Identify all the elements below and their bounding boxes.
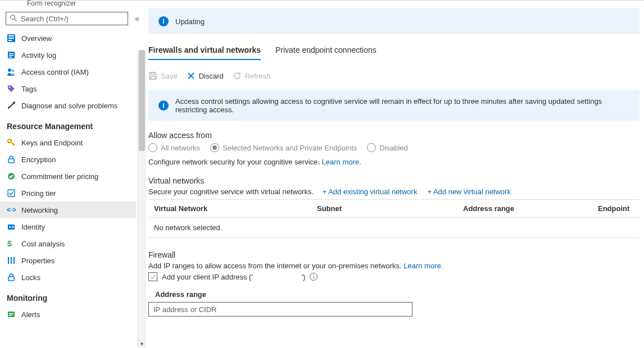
refresh-label: Refresh: [245, 72, 271, 80]
firewall-section: Firewall Add IP ranges to allow access f…: [148, 250, 640, 317]
nav-pricing-tier[interactable]: Pricing tier: [0, 185, 136, 202]
search-icon: [10, 14, 17, 24]
nav-identity[interactable]: Identity: [0, 218, 136, 235]
save-button[interactable]: Save: [148, 71, 178, 80]
nav-networking[interactable]: <·> Networking: [0, 202, 136, 218]
svg-rect-3: [8, 35, 14, 36]
updating-banner: i Updating: [148, 8, 640, 34]
command-bar: Save Discard Refresh: [148, 66, 640, 90]
service-type-label: Form recognizer: [0, 0, 146, 10]
allow-access-radiogroup: All networks Selected Networks and Priva…: [148, 143, 640, 152]
nav-activity-log[interactable]: Activity log: [0, 47, 136, 63]
nav-label: Identity: [21, 223, 45, 231]
radio-label: Selected Networks and Private Endpoints: [223, 144, 357, 152]
nav-overview[interactable]: Overview: [0, 30, 136, 47]
col-address-range: Address range: [463, 204, 598, 213]
pricing-icon: [7, 189, 16, 198]
add-existing-vnet-link[interactable]: + Add existing virtual network: [323, 187, 418, 196]
vnet-table-empty-row: No network selected.: [148, 218, 640, 238]
main-content: i Updating Firewalls and virtual network…: [146, 1, 644, 348]
vnet-heading: Virtual networks: [148, 176, 640, 185]
svg-rect-27: [13, 257, 15, 264]
nav-label: Overview: [21, 34, 52, 43]
info-icon: i: [158, 16, 169, 26]
firewall-learn-more-link[interactable]: Learn more.: [403, 262, 443, 270]
nav-iam[interactable]: Access control (IAM): [0, 63, 136, 80]
nav-label: Cost analysis: [21, 240, 65, 248]
empty-text: No network selected.: [154, 223, 222, 232]
svg-rect-22: [12, 227, 14, 228]
lock-icon: [7, 155, 16, 164]
nav-encryption[interactable]: Encryption: [0, 151, 136, 168]
radio-all-networks[interactable]: All networks: [148, 143, 200, 152]
radio-label: All networks: [161, 144, 200, 152]
col-endpoint: Endpoint: [598, 204, 629, 213]
address-range-input[interactable]: [148, 302, 412, 317]
col-virtual-network: Virtual Network: [154, 204, 317, 213]
add-client-ip-row: Add your client IP address (' ') i: [148, 272, 640, 281]
nav-label: Networking: [21, 206, 58, 214]
svg-rect-31: [9, 315, 12, 316]
svg-text:$: $: [7, 239, 12, 248]
radio-disabled[interactable]: Disabled: [367, 143, 408, 152]
svg-point-20: [10, 226, 11, 228]
add-new-vnet-link[interactable]: + Add new virtual network: [427, 187, 511, 196]
nav-diagnose[interactable]: Diagnose and solve problems: [0, 97, 136, 114]
discard-button[interactable]: Discard: [187, 71, 224, 80]
tab-private-endpoints[interactable]: Private endpoint connections: [275, 42, 377, 60]
vnet-table: Virtual Network Subnet Address range End…: [148, 199, 640, 238]
sidebar-scrollbar[interactable]: ▲ ▼: [137, 50, 146, 348]
nav-commitment-tier[interactable]: Commitment tier pricing: [0, 168, 136, 185]
networking-icon: <·>: [7, 205, 16, 214]
sidebar-search-input[interactable]: [21, 15, 124, 23]
svg-point-13: [13, 102, 15, 104]
scrollbar-thumb[interactable]: [139, 50, 145, 151]
locks-icon: [7, 273, 16, 282]
iam-icon: [7, 67, 16, 76]
svg-point-11: [12, 70, 14, 72]
radio-label: Disabled: [379, 144, 408, 152]
scroll-down-icon[interactable]: ▼: [138, 341, 146, 347]
learn-more-link[interactable]: Learn more.: [322, 158, 361, 166]
svg-text:<·>: <·>: [7, 206, 16, 214]
discard-icon: [187, 71, 196, 80]
svg-rect-25: [8, 257, 9, 264]
tags-icon: [7, 84, 16, 93]
nav-properties[interactable]: Properties: [0, 252, 136, 269]
address-range-label: Address range: [155, 290, 640, 299]
overview-icon: [7, 34, 16, 43]
sidebar-search[interactable]: [6, 12, 128, 25]
nav-label: Encryption: [21, 155, 56, 164]
discard-label: Discard: [199, 72, 224, 80]
svg-point-12: [9, 86, 10, 88]
nav-label: Activity log: [21, 51, 56, 59]
svg-rect-9: [9, 57, 12, 58]
allow-access-label: Allow access from: [148, 131, 640, 140]
collapse-sidebar-icon[interactable]: «: [134, 13, 140, 24]
svg-rect-7: [9, 53, 13, 54]
svg-point-0: [11, 15, 15, 19]
svg-rect-5: [8, 40, 12, 41]
refresh-button[interactable]: Refresh: [233, 71, 271, 80]
nav-label: Diagnose and solve problems: [21, 102, 117, 110]
svg-rect-30: [9, 313, 13, 314]
identity-icon: [7, 222, 16, 231]
nav-cost-analysis[interactable]: $. Cost analysis: [0, 235, 136, 252]
properties-icon: [7, 256, 16, 265]
nav-tags[interactable]: Tags: [0, 80, 136, 97]
firewall-heading: Firewall: [148, 250, 640, 259]
nav-alerts[interactable]: Alerts: [0, 306, 136, 323]
save-label: Save: [161, 72, 178, 80]
add-client-ip-checkbox[interactable]: [148, 272, 157, 281]
info-banner-text: Access control settings allowing access …: [175, 97, 629, 114]
nav-keys-endpoint[interactable]: Keys and Endpoint: [0, 134, 136, 151]
info-tooltip-icon[interactable]: i: [310, 273, 318, 281]
svg-rect-28: [8, 277, 14, 281]
configure-text: Configure network security for your cogn…: [148, 158, 322, 166]
nav-locks[interactable]: Locks: [0, 269, 136, 286]
save-icon: [148, 71, 157, 80]
svg-rect-33: [151, 76, 155, 79]
tab-firewalls-vnet[interactable]: Firewalls and virtual networks: [148, 42, 261, 60]
nav-label: Commitment tier pricing: [21, 172, 98, 181]
radio-selected-networks[interactable]: Selected Networks and Private Endpoints: [210, 143, 357, 152]
